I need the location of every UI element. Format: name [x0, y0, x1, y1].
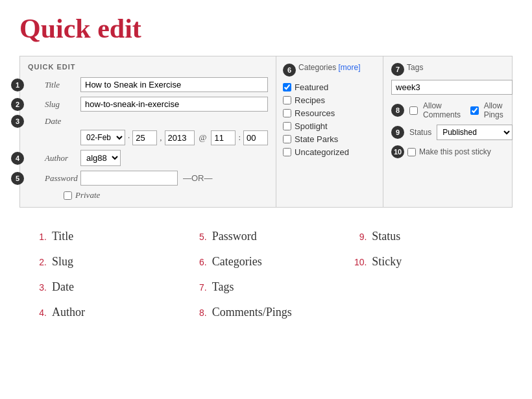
private-row: Private	[28, 190, 268, 200]
allow-pings-checkbox[interactable]	[470, 106, 479, 115]
category-label-resources: Resources	[295, 108, 335, 118]
badge-author: 4	[11, 152, 24, 165]
legend-label-categories: Categories	[212, 255, 262, 269]
legend-section: 1. Title 2. Slug 3. Date 4. Author 5. Pa…	[19, 223, 513, 331]
date-month-select[interactable]: 02-Feb	[80, 130, 125, 145]
title-label: Title	[45, 80, 80, 90]
page-title: Quick edit	[19, 13, 513, 44]
title-row: 1 Title	[28, 77, 268, 92]
category-item-stateparks: State Parks	[283, 134, 376, 144]
date-row: 3 Date 02-Feb · , @ :	[28, 116, 268, 145]
category-item-recipes: Recipes	[283, 95, 376, 105]
legend-label-title: Title	[52, 230, 73, 243]
legend-item-3: 3. Date	[32, 280, 193, 294]
comments-row: 8 Allow Comments Allow Pings	[391, 101, 513, 119]
category-label-spotlight: Spotlight	[295, 121, 328, 131]
legend-num-2: 2.	[32, 257, 47, 267]
category-label-recipes: Recipes	[295, 95, 325, 105]
legend-num-7: 7.	[193, 282, 207, 293]
legend-label-date: Date	[52, 280, 74, 294]
badge-categories: 6	[283, 64, 296, 77]
slug-label: Slug	[45, 99, 80, 110]
status-label: Status	[409, 128, 431, 137]
qe-left-section: QUICK EDIT 1 Title 2 Slug 3 Date	[20, 56, 276, 207]
allow-comments-label: Allow Comments	[423, 101, 465, 119]
category-item-uncategorized: Uncategorized	[283, 147, 376, 157]
qe-right-section: 7 Tags 8 Allow Comments Allow Pings 9 St…	[383, 56, 520, 207]
private-label: Private	[75, 190, 100, 200]
legend-label-status: Status	[372, 230, 400, 243]
private-checkbox[interactable]	[64, 191, 72, 200]
category-item-resources: Resources	[283, 108, 376, 118]
legend-item-7: 7. Tags	[193, 280, 353, 294]
legend-num-3: 3.	[32, 282, 47, 293]
or-divider: —OR—	[183, 173, 213, 183]
category-item-spotlight: Spotlight	[283, 121, 376, 131]
title-input[interactable]	[80, 77, 268, 92]
legend-num-8: 8.	[193, 308, 207, 318]
category-label-uncategorized: Uncategorized	[295, 147, 349, 157]
legend-col-3: 9. Status 10. Sticky	[352, 230, 513, 331]
status-select[interactable]: Published Draft Pending Review	[437, 125, 513, 140]
badge-slug: 2	[11, 98, 24, 111]
category-checkbox-recipes[interactable]	[283, 96, 291, 104]
badge-comments: 8	[391, 104, 404, 117]
slug-row: 2 Slug	[28, 97, 268, 112]
category-item-featured: Featured	[283, 82, 376, 92]
category-checkbox-resources[interactable]	[283, 109, 291, 117]
allow-pings-label: Allow Pings	[484, 101, 513, 119]
category-checkbox-featured[interactable]	[283, 83, 291, 91]
legend-item-2: 2. Slug	[32, 255, 193, 269]
tags-input[interactable]	[391, 80, 513, 95]
author-label: Author	[45, 153, 80, 163]
legend-label-tags: Tags	[212, 280, 234, 294]
sticky-label: Make this post sticky	[419, 147, 491, 156]
sticky-checkbox[interactable]	[407, 148, 416, 156]
category-label-featured: Featured	[295, 82, 328, 92]
legend-num-9: 9.	[352, 232, 367, 242]
legend-item-6: 6. Categories	[193, 255, 353, 269]
date-min-input[interactable]	[243, 130, 268, 145]
legend-item-10: 10. Sticky	[352, 255, 513, 269]
categories-header: Categories [more]	[298, 63, 360, 72]
legend-item-1: 1. Title	[32, 230, 193, 243]
category-label-stateparks: State Parks	[295, 134, 338, 144]
category-checkbox-stateparks[interactable]	[283, 135, 291, 143]
date-day-input[interactable]	[132, 130, 157, 145]
legend-item-8: 8. Comments/Pings	[193, 306, 353, 319]
category-checkbox-uncategorized[interactable]	[283, 148, 291, 156]
password-input[interactable]	[80, 171, 178, 186]
legend-item-5: 5. Password	[193, 230, 353, 243]
categories-section: 6 Categories [more] Featured Recipes Res…	[276, 56, 383, 207]
legend-label-slug: Slug	[52, 255, 73, 269]
badge-status: 9	[391, 126, 404, 139]
legend-col-1: 1. Title 2. Slug 3. Date 4. Author	[32, 230, 193, 331]
legend-item-9: 9. Status	[352, 230, 513, 243]
legend-num-1: 1.	[32, 232, 47, 242]
slug-input[interactable]	[80, 97, 268, 112]
legend-label-password: Password	[212, 230, 257, 243]
badge-sticky: 10	[391, 145, 404, 158]
category-checkbox-spotlight[interactable]	[283, 122, 291, 130]
author-row: 4 Author alg88	[28, 150, 268, 166]
badge-tags: 7	[391, 63, 404, 76]
legend-label-comments: Comments/Pings	[212, 306, 292, 319]
legend-label-sticky: Sticky	[372, 255, 402, 269]
password-row: 5 Password —OR—	[28, 171, 268, 186]
qe-panel-header: QUICK EDIT	[28, 63, 268, 71]
date-hour-input[interactable]	[211, 130, 236, 145]
badge-date: 3	[11, 115, 24, 128]
tags-header: Tags	[407, 63, 423, 72]
categories-more-link[interactable]: [more]	[338, 63, 360, 72]
allow-comments-checkbox[interactable]	[409, 106, 418, 115]
date-year-input[interactable]	[165, 130, 195, 145]
legend-col-2: 5. Password 6. Categories 7. Tags 8. Com…	[193, 230, 353, 331]
legend-label-author: Author	[52, 306, 85, 319]
badge-password: 5	[11, 172, 24, 185]
badge-title: 1	[11, 79, 24, 91]
quick-edit-panel: QUICK EDIT 1 Title 2 Slug 3 Date	[19, 56, 513, 208]
date-label: Date	[45, 116, 80, 127]
legend-num-4: 4.	[32, 308, 47, 318]
author-select[interactable]: alg88	[80, 150, 121, 166]
legend-num-6: 6.	[193, 257, 207, 267]
